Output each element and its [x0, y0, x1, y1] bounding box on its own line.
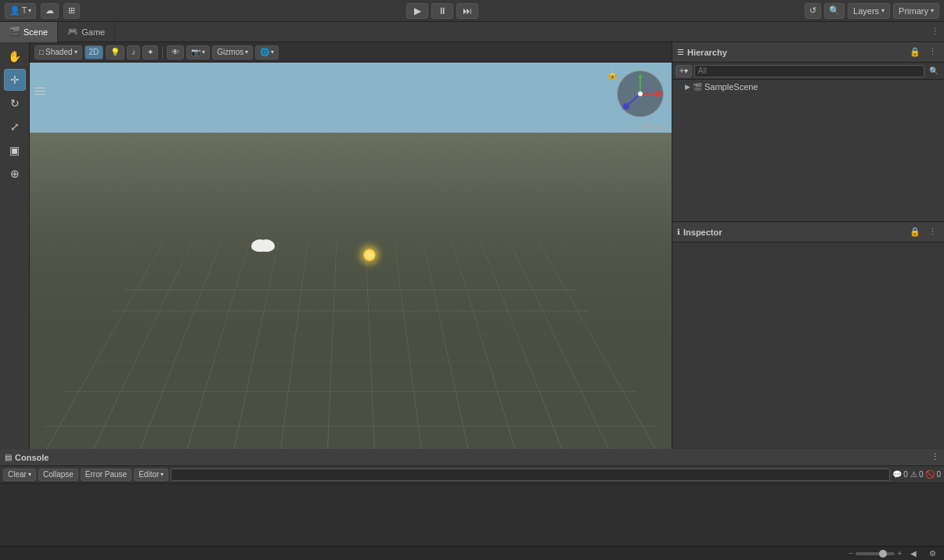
rotate-tool-button[interactable]: ↻ [4, 92, 26, 114]
plus-icon[interactable]: + [897, 549, 902, 558]
audio-toggle[interactable]: ♪ [127, 45, 140, 59]
fx-toggle[interactable]: ✦ [142, 45, 158, 59]
inspector-more-button[interactable]: ⋮ [925, 225, 939, 239]
tab-overflow-menu[interactable]: ⋮ [931, 27, 944, 37]
account-button[interactable]: 👤 T ▾ [5, 3, 36, 19]
gizmos-dropdown[interactable]: Gizmos ▾ [212, 45, 253, 59]
camera-icon: 📷 [191, 48, 200, 56]
chevron-down-icon: ▾ [202, 48, 205, 56]
chevron-down-icon: ▾ [160, 471, 164, 478]
top-bar-left: 👤 T ▾ ☁ ⊞ [5, 3, 80, 19]
main-area: ✋ ✛ ↻ ⤢ ▣ ⊕ □ Shaded ▾ 2D 💡 ♪ ✦ [0, 42, 944, 451]
hier-arrow-icon: ▶ [685, 83, 690, 91]
collab-icon: ⊞ [68, 5, 75, 16]
console-clear-button[interactable]: Clear ▾ [3, 468, 36, 481]
layers-label: Layers [853, 6, 879, 16]
tab-game-label: Game [81, 27, 105, 37]
console-editor-dropdown[interactable]: Editor ▾ [134, 468, 168, 481]
svg-point-6 [638, 92, 643, 96]
cloud-object [254, 241, 268, 250]
shading-dropdown[interactable]: □ Shaded ▾ [34, 45, 82, 59]
minus-icon[interactable]: − [849, 549, 853, 558]
undo-button[interactable]: ↺ [805, 3, 821, 19]
2d-toggle[interactable]: 2D [85, 45, 104, 59]
account-icon: 👤 [9, 5, 20, 16]
search-button[interactable]: 🔍 [824, 3, 845, 19]
cloud-button[interactable]: ☁ [41, 3, 59, 19]
collab-button[interactable]: ⊞ [63, 3, 80, 19]
move-tool-button[interactable]: ✛ [4, 69, 26, 91]
hierarchy-lock-button[interactable]: 🔒 [908, 45, 922, 59]
layers-dropdown[interactable]: Layers ▾ [848, 3, 890, 19]
hierarchy-add-button[interactable]: +▾ [676, 65, 692, 77]
scene-gizmo[interactable]: Y X Z < Persp [617, 70, 664, 117]
hierarchy-search-input[interactable] [694, 65, 924, 77]
gizmos-label: Gizmos [217, 48, 243, 56]
scale-tool-button[interactable]: ⤢ [4, 116, 26, 138]
console-error-pause-button[interactable]: Error Pause [81, 468, 132, 481]
horizon-line [30, 132, 672, 133]
settings-icon-button[interactable]: ⚙ [925, 547, 939, 561]
pause-button[interactable]: ⏸ [431, 3, 453, 19]
scene-lock-icon[interactable]: 🔒 [607, 69, 618, 80]
audio-icon: ♪ [132, 48, 135, 56]
inspector-icon: ℹ [677, 228, 680, 236]
rect-tool-button[interactable]: ▣ [4, 139, 26, 161]
right-panels: ☰ Hierarchy 🔒 ⋮ +▾ 🔍 ▶ 🎬 SampleScene [672, 42, 944, 451]
editor-label: Editor [139, 470, 159, 479]
scene-options-button[interactable] [34, 88, 45, 95]
chevron-down-icon: ▾ [28, 7, 31, 14]
scene-view: □ Shaded ▾ 2D 💡 ♪ ✦ 👁 📷 ▾ [30, 42, 672, 451]
fx-icon: ✦ [147, 48, 153, 56]
inspector-panel-header: ℹ Inspector 🔒 ⋮ [672, 222, 944, 242]
svg-line-4 [628, 94, 640, 105]
console-header: ▤ Console ⋮ [0, 449, 944, 466]
hierarchy-more-button[interactable]: ⋮ [925, 45, 939, 59]
collapse-icon-button[interactable]: ◀ [906, 547, 921, 561]
top-bar: 👤 T ▾ ☁ ⊞ ▶ ⏸ ⏭ ↺ 🔍 Layers ▾ [0, 0, 944, 22]
hierarchy-item-samplescene[interactable]: ▶ 🎬 SampleScene [672, 80, 944, 94]
primary-dropdown[interactable]: Primary ▾ [893, 3, 939, 19]
console-search-input[interactable] [171, 468, 890, 481]
tabs-row: 🎬 Scene 🎮 Game ⋮ [0, 22, 944, 42]
zoom-slider[interactable] [856, 552, 895, 555]
chevron-down-icon: ▾ [74, 48, 77, 56]
console-overflow-button[interactable]: ⋮ [931, 452, 939, 462]
gizmo-axes: Y X Z [617, 70, 664, 117]
status-bar: − + ◀ ⚙ [0, 546, 944, 560]
camera-dropdown[interactable]: 📷 ▾ [186, 45, 210, 59]
warning-count: 0 [919, 470, 924, 479]
collapse-label: Collapse [43, 470, 74, 479]
info-count: 0 [903, 470, 908, 479]
console-collapse-button[interactable]: Collapse [38, 468, 78, 481]
tab-scene[interactable]: 🎬 Scene [0, 22, 58, 42]
transform-tool-button[interactable]: ⊕ [4, 163, 26, 185]
step-button[interactable]: ⏭ [456, 3, 478, 19]
grid-overlay [30, 243, 672, 451]
global-toggle[interactable]: 🌐 ▾ [255, 45, 279, 59]
2d-label: 2D [89, 48, 99, 56]
scene-file-icon: 🎬 [693, 83, 702, 92]
shading-icon: □ [39, 48, 44, 56]
hand-tool-button[interactable]: ✋ [4, 45, 26, 67]
play-icon: ▶ [414, 5, 421, 16]
play-controls-group: ▶ ⏸ ⏭ [83, 3, 802, 19]
play-button[interactable]: ▶ [406, 3, 428, 19]
scene-toolbar: □ Shaded ▾ 2D 💡 ♪ ✦ 👁 📷 ▾ [30, 42, 672, 63]
error-pause-label: Error Pause [85, 470, 127, 479]
tab-game[interactable]: 🎮 Game [58, 22, 115, 42]
light-toggle[interactable]: 💡 [106, 45, 124, 59]
clear-label: Clear [8, 470, 27, 479]
console-title: Console [15, 453, 49, 462]
scene-visibility-toggle[interactable]: 👁 [167, 45, 184, 59]
pause-icon: ⏸ [438, 5, 447, 16]
inspector-lock-button[interactable]: 🔒 [908, 225, 922, 239]
scene-icon: 🎬 [9, 27, 20, 37]
primary-label: Primary [899, 6, 928, 16]
hierarchy-search-icon[interactable]: 🔍 [927, 64, 941, 78]
left-tools-panel: ✋ ✛ ↻ ⤢ ▣ ⊕ [0, 42, 30, 451]
chevron-down-icon: ▾ [931, 7, 934, 14]
console-icon: ▤ [5, 453, 12, 461]
gizmo-perspective-label[interactable]: < Persp [636, 123, 664, 131]
svg-text:Y: Y [638, 70, 641, 74]
